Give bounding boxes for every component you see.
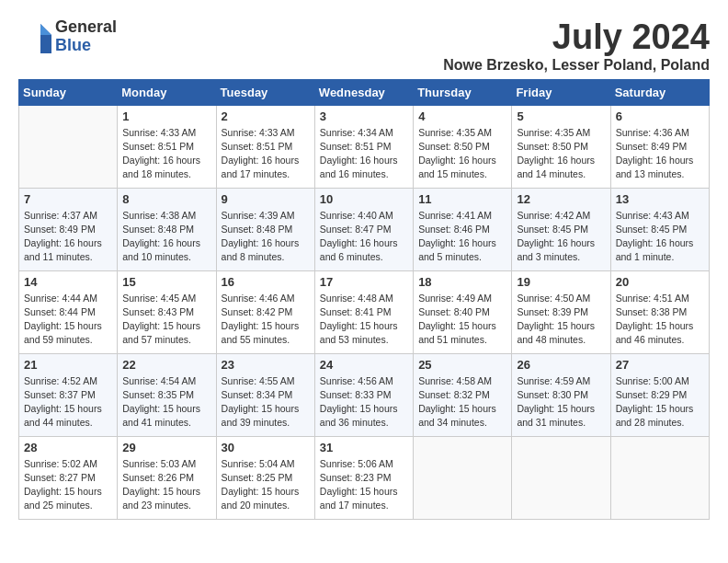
day-number: 28	[24, 441, 112, 454]
day-cell: 11Sunrise: 4:41 AMSunset: 8:46 PMDayligh…	[414, 188, 512, 270]
day-info: Sunrise: 4:33 AMSunset: 8:51 PMDaylight:…	[222, 126, 310, 182]
day-info: Sunrise: 5:00 AMSunset: 8:29 PMDaylight:…	[616, 374, 704, 431]
day-number: 16	[222, 275, 310, 289]
day-number: 15	[122, 275, 210, 289]
day-info: Sunrise: 4:34 AMSunset: 8:51 PMDaylight:…	[320, 126, 408, 182]
logo-text: General Blue	[55, 18, 117, 55]
day-info: Sunrise: 4:44 AMSunset: 8:44 PMDaylight:…	[24, 292, 112, 348]
day-cell: 15Sunrise: 4:45 AMSunset: 8:43 PMDayligh…	[118, 270, 216, 353]
day-cell: 20Sunrise: 4:51 AMSunset: 8:38 PMDayligh…	[610, 270, 709, 353]
day-info: Sunrise: 4:55 AMSunset: 8:34 PMDaylight:…	[222, 374, 310, 431]
day-cell: 12Sunrise: 4:42 AMSunset: 8:45 PMDayligh…	[512, 188, 610, 270]
day-number: 25	[418, 358, 506, 372]
day-cell: 19Sunrise: 4:50 AMSunset: 8:39 PMDayligh…	[512, 270, 610, 353]
day-info: Sunrise: 4:33 AMSunset: 8:51 PMDaylight:…	[122, 126, 210, 182]
title-block: July 2024 Nowe Brzesko, Lesser Poland, P…	[443, 18, 710, 74]
week-row-5: 28Sunrise: 5:02 AMSunset: 8:27 PMDayligh…	[19, 436, 710, 519]
day-number: 11	[418, 192, 506, 206]
day-number: 6	[616, 109, 704, 123]
day-info: Sunrise: 4:42 AMSunset: 8:45 PMDaylight:…	[517, 209, 605, 265]
day-number: 8	[122, 192, 210, 206]
day-number: 31	[320, 441, 408, 454]
col-header-saturday: Saturday	[610, 79, 709, 105]
day-number: 19	[517, 275, 605, 289]
day-number: 21	[24, 358, 112, 372]
day-info: Sunrise: 4:35 AMSunset: 8:50 PMDaylight:…	[517, 126, 605, 182]
day-info: Sunrise: 4:43 AMSunset: 8:45 PMDaylight:…	[616, 209, 704, 265]
col-header-tuesday: Tuesday	[216, 79, 314, 105]
day-info: Sunrise: 4:46 AMSunset: 8:42 PMDaylight:…	[222, 292, 310, 348]
location-title: Nowe Brzesko, Lesser Poland, Poland	[443, 57, 710, 74]
day-info: Sunrise: 5:02 AMSunset: 8:27 PMDaylight:…	[24, 457, 112, 513]
day-cell: 1Sunrise: 4:33 AMSunset: 8:51 PMDaylight…	[118, 105, 216, 188]
day-cell: 3Sunrise: 4:34 AMSunset: 8:51 PMDaylight…	[314, 105, 413, 188]
day-number: 30	[222, 441, 310, 454]
logo-general: General	[55, 18, 117, 37]
day-info: Sunrise: 4:38 AMSunset: 8:48 PMDaylight:…	[122, 209, 210, 265]
day-cell: 9Sunrise: 4:39 AMSunset: 8:48 PMDaylight…	[216, 188, 314, 270]
day-number: 14	[24, 275, 112, 289]
day-number: 1	[122, 109, 210, 123]
day-number: 26	[517, 358, 605, 372]
month-title: July 2024	[443, 18, 710, 57]
calendar-table: SundayMondayTuesdayWednesdayThursdayFrid…	[18, 79, 710, 520]
day-cell	[19, 105, 118, 188]
day-info: Sunrise: 5:04 AMSunset: 8:25 PMDaylight:…	[222, 457, 310, 513]
day-number: 3	[320, 109, 408, 123]
day-number: 27	[616, 358, 704, 372]
day-info: Sunrise: 4:41 AMSunset: 8:46 PMDaylight:…	[418, 209, 506, 265]
day-info: Sunrise: 4:39 AMSunset: 8:48 PMDaylight:…	[222, 209, 310, 265]
day-info: Sunrise: 4:51 AMSunset: 8:38 PMDaylight:…	[616, 292, 704, 348]
day-info: Sunrise: 4:52 AMSunset: 8:37 PMDaylight:…	[24, 374, 112, 431]
day-number: 23	[222, 358, 310, 372]
day-cell: 30Sunrise: 5:04 AMSunset: 8:25 PMDayligh…	[216, 436, 314, 519]
day-number: 10	[320, 192, 408, 206]
col-header-wednesday: Wednesday	[314, 79, 413, 105]
day-info: Sunrise: 5:06 AMSunset: 8:23 PMDaylight:…	[320, 457, 408, 513]
day-cell: 4Sunrise: 4:35 AMSunset: 8:50 PMDaylight…	[414, 105, 512, 188]
week-row-3: 14Sunrise: 4:44 AMSunset: 8:44 PMDayligh…	[19, 270, 710, 353]
day-info: Sunrise: 4:54 AMSunset: 8:35 PMDaylight:…	[122, 374, 210, 431]
day-cell: 25Sunrise: 4:58 AMSunset: 8:32 PMDayligh…	[414, 353, 512, 436]
day-number: 5	[517, 109, 605, 123]
day-info: Sunrise: 4:35 AMSunset: 8:50 PMDaylight:…	[418, 126, 506, 182]
day-cell: 13Sunrise: 4:43 AMSunset: 8:45 PMDayligh…	[610, 188, 709, 270]
col-header-monday: Monday	[118, 79, 216, 105]
day-cell: 24Sunrise: 4:56 AMSunset: 8:33 PMDayligh…	[314, 353, 413, 436]
day-cell: 23Sunrise: 4:55 AMSunset: 8:34 PMDayligh…	[216, 353, 314, 436]
day-cell: 31Sunrise: 5:06 AMSunset: 8:23 PMDayligh…	[314, 436, 413, 519]
day-info: Sunrise: 4:45 AMSunset: 8:43 PMDaylight:…	[122, 292, 210, 348]
col-header-sunday: Sunday	[19, 79, 118, 105]
day-info: Sunrise: 4:40 AMSunset: 8:47 PMDaylight:…	[320, 209, 408, 265]
day-number: 12	[517, 192, 605, 206]
day-cell: 7Sunrise: 4:37 AMSunset: 8:49 PMDaylight…	[19, 188, 118, 270]
header-row: SundayMondayTuesdayWednesdayThursdayFrid…	[19, 79, 710, 105]
logo: General Blue	[18, 18, 117, 55]
logo-icon	[18, 20, 51, 53]
day-info: Sunrise: 5:03 AMSunset: 8:26 PMDaylight:…	[122, 457, 210, 513]
day-info: Sunrise: 4:48 AMSunset: 8:41 PMDaylight:…	[320, 292, 408, 348]
day-number: 22	[122, 358, 210, 372]
day-cell: 21Sunrise: 4:52 AMSunset: 8:37 PMDayligh…	[19, 353, 118, 436]
day-cell: 5Sunrise: 4:35 AMSunset: 8:50 PMDaylight…	[512, 105, 610, 188]
day-info: Sunrise: 4:36 AMSunset: 8:49 PMDaylight:…	[616, 126, 704, 182]
col-header-thursday: Thursday	[414, 79, 512, 105]
day-info: Sunrise: 4:58 AMSunset: 8:32 PMDaylight:…	[418, 374, 506, 431]
day-number: 9	[222, 192, 310, 206]
col-header-friday: Friday	[512, 79, 610, 105]
day-number: 20	[616, 275, 704, 289]
day-cell: 8Sunrise: 4:38 AMSunset: 8:48 PMDaylight…	[118, 188, 216, 270]
day-info: Sunrise: 4:59 AMSunset: 8:30 PMDaylight:…	[517, 374, 605, 431]
day-cell: 14Sunrise: 4:44 AMSunset: 8:44 PMDayligh…	[19, 270, 118, 353]
day-info: Sunrise: 4:37 AMSunset: 8:49 PMDaylight:…	[24, 209, 112, 265]
day-number: 4	[418, 109, 506, 123]
day-cell	[414, 436, 512, 519]
day-number: 2	[222, 109, 310, 123]
day-cell: 26Sunrise: 4:59 AMSunset: 8:30 PMDayligh…	[512, 353, 610, 436]
day-info: Sunrise: 4:49 AMSunset: 8:40 PMDaylight:…	[418, 292, 506, 348]
day-cell	[610, 436, 709, 519]
day-cell: 2Sunrise: 4:33 AMSunset: 8:51 PMDaylight…	[216, 105, 314, 188]
week-row-4: 21Sunrise: 4:52 AMSunset: 8:37 PMDayligh…	[19, 353, 710, 436]
day-cell	[512, 436, 610, 519]
day-cell: 27Sunrise: 5:00 AMSunset: 8:29 PMDayligh…	[610, 353, 709, 436]
